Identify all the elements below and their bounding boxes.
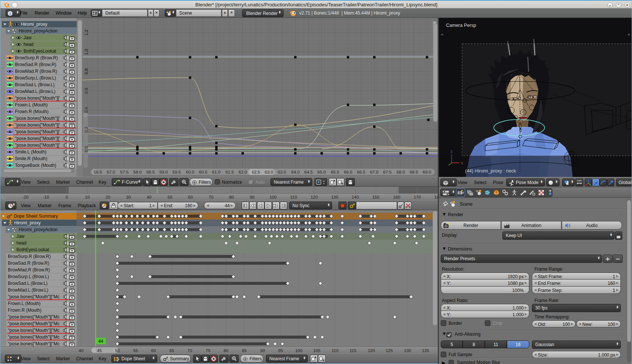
svg-text:"pose.bones["Mouth"]["Mc: "pose.bones["Mouth"]["Mc <box>8 321 59 326</box>
svg-text:50: 50 <box>168 195 173 199</box>
svg-text:40: 40 <box>79 348 84 353</box>
svg-text:BothEyesLookat: BothEyesLookat <box>24 49 56 54</box>
svg-text:65: 65 <box>170 348 174 353</box>
svg-text:BrowMad.R (Brow.R): BrowMad.R (Brow.R) <box>15 69 57 74</box>
svg-text:50: 50 <box>115 348 120 353</box>
svg-text:66.5: 66.5 <box>357 170 365 174</box>
svg-text:10: 10 <box>85 195 90 199</box>
svg-text:BrowSurp.L (Brow.L): BrowSurp.L (Brow.L) <box>8 274 49 279</box>
svg-text:BrowSad.R (Brow.R): BrowSad.R (Brow.R) <box>15 62 56 67</box>
svg-text:63.5: 63.5 <box>278 170 286 174</box>
svg-text:0.2: 0.2 <box>84 127 89 133</box>
svg-text:75: 75 <box>206 348 211 353</box>
svg-text:60: 60 <box>151 348 156 353</box>
svg-text:"pose.bones["Mouth"][': "pose.bones["Mouth"][' <box>15 136 60 141</box>
svg-text:BrowMad.R (Brow.R): BrowMad.R (Brow.R) <box>8 267 50 273</box>
svg-text:100: 100 <box>269 195 276 199</box>
svg-text:BrowSurp.L (Brow.L): BrowSurp.L (Brow.L) <box>15 75 56 81</box>
svg-text:110: 110 <box>332 348 338 353</box>
svg-text:0.0: 0.0 <box>84 146 89 152</box>
svg-text:68.5: 68.5 <box>410 170 418 174</box>
svg-text:115: 115 <box>350 348 356 353</box>
svg-text:67.0: 67.0 <box>370 170 378 174</box>
svg-text:"pose.bones["Mouth"]["Mc: "pose.bones["Mouth"]["Mc <box>8 328 59 333</box>
svg-text:BrowSurp.R (Brow.R): BrowSurp.R (Brow.R) <box>8 254 51 259</box>
svg-text:0: 0 <box>66 195 68 199</box>
svg-text:90: 90 <box>250 195 255 199</box>
svg-text:69.0: 69.0 <box>423 170 431 174</box>
svg-text:"pose.bones["Mouth"][': "pose.bones["Mouth"][' <box>15 96 60 101</box>
svg-text:20: 20 <box>106 195 111 199</box>
svg-text:x: x <box>461 161 463 165</box>
svg-text:head: head <box>16 240 27 246</box>
svg-text:Smile.R (Mouth): Smile.R (Mouth) <box>15 156 47 161</box>
svg-text:80: 80 <box>224 348 229 353</box>
svg-text:135: 135 <box>422 348 429 353</box>
svg-text:80: 80 <box>229 195 234 199</box>
svg-text:140: 140 <box>351 195 359 199</box>
svg-text:"pose.bones["Mouth"]["Mc: "pose.bones["Mouth"]["Mc <box>8 294 59 299</box>
svg-text:BothEyesLookat: BothEyesLookat <box>16 247 49 252</box>
svg-text:62.0: 62.0 <box>239 170 247 174</box>
svg-text:BrowMad.L (Brow.L): BrowMad.L (Brow.L) <box>15 89 55 94</box>
svg-text:57.0: 57.0 <box>107 170 115 174</box>
svg-text:95: 95 <box>278 348 283 353</box>
svg-text:"pose.bones["Mouth"][': "pose.bones["Mouth"][' <box>15 143 60 148</box>
svg-text:85: 85 <box>242 348 247 353</box>
svg-text:"pose.bones["Mouth"][': "pose.bones["Mouth"][' <box>15 122 60 128</box>
svg-text:64.0: 64.0 <box>291 170 300 174</box>
svg-text:60.5: 60.5 <box>199 170 207 174</box>
svg-text:Frown.L (Mouth): Frown.L (Mouth) <box>8 301 41 306</box>
svg-text:120: 120 <box>310 195 317 199</box>
svg-text:"pose.bones["Mouth"]["Mc: "pose.bones["Mouth"]["Mc <box>8 335 59 340</box>
svg-text:44: 44 <box>98 339 103 344</box>
svg-text:0.6: 0.6 <box>84 88 89 94</box>
svg-text:Frown.R (Mouth): Frown.R (Mouth) <box>15 109 49 114</box>
svg-text:64.5: 64.5 <box>304 170 313 174</box>
svg-text:1.0: 1.0 <box>84 49 89 55</box>
svg-text:Camera Persp: Camera Persp <box>446 23 476 28</box>
svg-text:100: 100 <box>295 348 302 353</box>
svg-text:"pose.bones["Mouth"]["Mc: "pose.bones["Mouth"]["Mc <box>8 314 59 320</box>
svg-text:0.4: 0.4 <box>84 107 89 113</box>
svg-text:40: 40 <box>147 195 152 199</box>
svg-text:55: 55 <box>133 348 138 353</box>
svg-text:Frown.R (Mouth): Frown.R (Mouth) <box>8 308 41 313</box>
svg-text:BrowSad.L (Brow.L): BrowSad.L (Brow.L) <box>8 281 47 286</box>
svg-text:i: i <box>9 11 10 16</box>
svg-text:"pose.bones["Mouth"][': "pose.bones["Mouth"][' <box>15 116 60 121</box>
svg-text:130: 130 <box>404 348 411 353</box>
svg-text:59.0: 59.0 <box>159 170 168 174</box>
svg-text:63.0: 63.0 <box>265 170 273 174</box>
svg-text:65.0: 65.0 <box>317 170 326 174</box>
svg-text:61.5: 61.5 <box>226 170 234 174</box>
svg-text:59.5: 59.5 <box>173 170 181 174</box>
svg-text:-20: -20 <box>22 195 29 199</box>
svg-text:120: 120 <box>368 348 375 353</box>
svg-text:58.0: 58.0 <box>133 170 142 174</box>
svg-text:170: 170 <box>413 195 421 199</box>
svg-text:-10: -10 <box>43 195 49 199</box>
svg-text:+: + <box>628 32 631 37</box>
svg-text:Jaw: Jaw <box>16 234 25 239</box>
svg-text:0.8: 0.8 <box>84 68 89 74</box>
svg-text:Hiromi_proxy: Hiromi_proxy <box>14 220 41 225</box>
svg-text:Hiromi_proxyAction: Hiromi_proxyAction <box>19 28 58 34</box>
svg-text:(44) Hiromi_proxy : neck: (44) Hiromi_proxy : neck <box>465 168 516 174</box>
svg-text:67.5: 67.5 <box>383 170 391 174</box>
svg-text:BrowSad.L (Brow.L): BrowSad.L (Brow.L) <box>15 82 55 87</box>
svg-text:110: 110 <box>290 195 297 199</box>
svg-text:"pose.bones["Mouth"]["Mc: "pose.bones["Mouth"]["Mc <box>8 341 59 346</box>
svg-text:TongueBack (Mouth): TongueBack (Mouth) <box>15 163 56 168</box>
svg-text:BrowMad.L (Brow.L): BrowMad.L (Brow.L) <box>8 287 48 293</box>
svg-text:70: 70 <box>209 195 214 199</box>
svg-text:BrowSad.R (Brow.R): BrowSad.R (Brow.R) <box>8 261 49 266</box>
svg-text:Dope Sheet Summary: Dope Sheet Summary <box>14 214 58 219</box>
svg-text:66.0: 66.0 <box>344 170 352 174</box>
svg-text:150: 150 <box>372 195 379 199</box>
svg-text:180: 180 <box>434 195 438 199</box>
svg-text:105: 105 <box>313 348 320 353</box>
svg-text:65.5: 65.5 <box>331 170 339 174</box>
svg-text:Jaw: Jaw <box>24 35 32 40</box>
svg-text:45: 45 <box>97 348 102 353</box>
